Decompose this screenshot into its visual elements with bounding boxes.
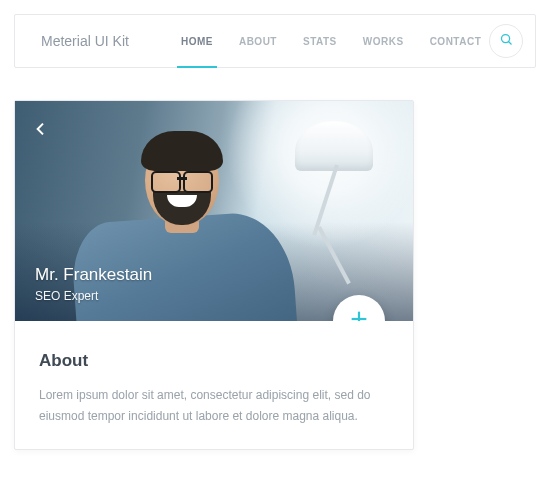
card-body: About Lorem ipsum dolor sit amet, consec…: [15, 321, 413, 449]
profile-name: Mr. Frankestain: [35, 265, 152, 285]
nav-item-contact[interactable]: CONTACT: [430, 16, 482, 67]
nav-item-about[interactable]: ABOUT: [239, 16, 277, 67]
chevron-left-icon: [33, 117, 49, 145]
profile-hero: Mr. Frankestain SEO Expert: [15, 101, 413, 321]
profile-role: SEO Expert: [35, 289, 152, 303]
about-body-text: Lorem ipsum dolor sit amet, consectetur …: [39, 385, 389, 427]
brand-title: Meterial UI Kit: [27, 33, 137, 49]
search-icon: [499, 32, 514, 51]
svg-line-1: [508, 41, 511, 44]
nav-items: HOME ABOUT STATS WORKS CONTACT: [181, 16, 489, 67]
nav-item-works[interactable]: WORKS: [363, 16, 404, 67]
search-button[interactable]: [489, 24, 523, 58]
svg-point-0: [501, 34, 509, 42]
profile-card: Mr. Frankestain SEO Expert About Lorem i…: [14, 100, 414, 450]
nav-item-stats[interactable]: STATS: [303, 16, 337, 67]
about-heading: About: [39, 351, 389, 371]
navbar: Meterial UI Kit HOME ABOUT STATS WORKS C…: [14, 14, 536, 68]
plus-icon: [348, 308, 370, 321]
nav-item-home[interactable]: HOME: [181, 16, 213, 67]
carousel-prev-button[interactable]: [27, 117, 55, 145]
hero-text: Mr. Frankestain SEO Expert: [35, 265, 152, 303]
